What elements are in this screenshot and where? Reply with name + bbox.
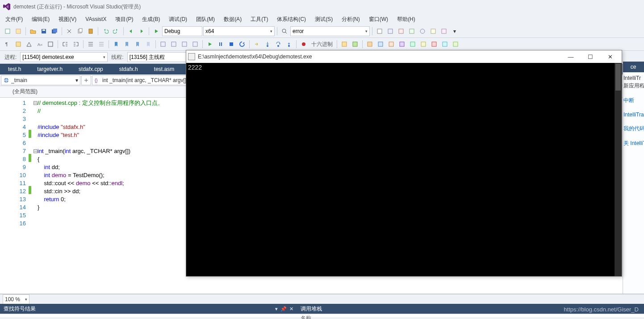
intellitrace-line[interactable]: IntelliTrace [623,112,643,118]
win-9[interactable] [451,39,460,49]
show-next-statement-button[interactable] [252,39,262,49]
menu-item[interactable]: 窗口(W) [364,14,393,25]
tool-b[interactable] [350,39,360,49]
scrollbar-thumb[interactable] [615,64,621,91]
indent-button[interactable] [71,39,81,49]
va-btn-4[interactable] [46,39,55,49]
va-btn-1[interactable] [13,39,23,49]
pause-button[interactable] [216,39,226,49]
cut-button[interactable] [64,26,74,36]
start-debug-button[interactable] [151,26,161,36]
menu-item[interactable]: 工具(T) [246,14,272,25]
file-tab[interactable]: targetver.h [29,64,71,75]
redo-button[interactable] [111,26,121,36]
toggle-ws-button[interactable]: ¶ [3,39,13,49]
scope-dropdown[interactable]: _tmain ▾ [1,75,80,85]
win-3[interactable] [386,39,396,49]
continue-button[interactable] [205,39,215,49]
step-over-button[interactable] [273,39,283,49]
comment-button[interactable] [86,39,96,49]
bookmark-clear-button[interactable] [143,39,153,49]
new-project-button[interactable] [3,26,13,36]
misc-1[interactable] [158,39,168,49]
file-tab[interactable]: test.h [0,64,29,75]
win-8[interactable] [440,39,450,49]
misc-4[interactable] [190,39,200,49]
file-tab[interactable]: stdafx.h [111,64,146,75]
menu-item[interactable]: 调试(D) [164,14,192,25]
menu-item[interactable]: 项目(P) [111,14,138,25]
file-tab[interactable]: stdafx.cpp [71,64,111,75]
file-tab[interactable]: test.asm [146,64,182,75]
win-1[interactable] [365,39,375,49]
copy-button[interactable] [75,26,85,36]
intellitrace-header[interactable]: ce [623,62,644,72]
bookmark-next-button[interactable] [133,39,142,49]
toolbox-button[interactable] [396,26,406,36]
menu-item[interactable]: 生成(B) [138,14,164,25]
console-body[interactable]: 2222 [186,63,622,276]
open-button[interactable] [28,26,38,36]
minimize-button[interactable]: — [561,50,581,63]
menu-item[interactable]: 帮助(H) [393,14,420,25]
console-titlebar[interactable]: E:\asmInject\demotest\x64\Debug\demotest… [186,50,622,63]
zoom-dropdown[interactable]: 100 % ▾ [3,294,29,304]
menu-item[interactable]: 测试(S) [310,14,337,25]
va-btn-2[interactable] [24,39,34,49]
paste-button[interactable] [86,26,96,36]
breakpoints-window-button[interactable] [299,39,309,49]
close-button[interactable]: ✕ [600,50,620,63]
maximize-button[interactable]: ☐ [581,50,600,63]
misc-3[interactable] [180,39,189,49]
save-button[interactable] [39,26,49,36]
step-into-button[interactable] [263,39,272,49]
win-2[interactable] [376,39,385,49]
outdent-button[interactable] [60,39,70,49]
panel-menu-icon[interactable]: ▾ [275,306,278,312]
find-combo[interactable]: ▾ [290,26,370,36]
menu-item[interactable]: 体系结构(C) [272,14,310,25]
thread-value[interactable] [130,53,188,61]
step-out-button[interactable] [284,39,294,49]
start-page-button[interactable] [428,26,438,36]
nav-fwd-button[interactable] [137,26,146,36]
bookmark-prev-button[interactable] [122,39,132,49]
properties-button[interactable] [385,26,395,36]
stop-button[interactable] [226,39,236,49]
win-5[interactable] [408,39,418,49]
save-all-button[interactable] [50,26,59,36]
menu-item[interactable]: 团队(M) [192,14,219,25]
tool-a[interactable] [339,39,349,49]
extension-button[interactable] [439,26,449,36]
win-6[interactable] [418,39,428,49]
process-value[interactable] [22,53,101,61]
intellitrace-line[interactable]: 关 IntelliT [623,140,643,147]
console-scrollbar[interactable] [615,63,622,276]
intellitrace-line[interactable]: 我的代码 [623,125,643,133]
more-windows-button[interactable]: ▾ [450,26,460,36]
win-7[interactable] [429,39,439,49]
menu-item[interactable]: VAssistX [81,14,111,24]
win-4[interactable] [397,39,407,49]
find-symbol-results-header[interactable]: 查找符号结果 ▾ 📌 ✕ [0,304,297,314]
menu-item[interactable]: 编辑(E) [27,14,54,25]
call-stack-header[interactable]: 调用堆栈 [297,304,644,314]
sync-button[interactable] [81,75,91,85]
process-dropdown[interactable]: ▾ [20,52,108,62]
menu-item[interactable]: 分析(N) [337,14,364,25]
uncomment-button[interactable] [96,39,106,49]
misc-2[interactable] [169,39,179,49]
object-browser-button[interactable] [418,26,427,36]
add-item-button[interactable] [13,26,23,36]
platform-value[interactable] [205,27,268,35]
nav-back-button[interactable] [126,26,136,36]
menu-item[interactable]: 数据(A) [219,14,246,25]
menu-item[interactable]: 视图(V) [54,14,81,25]
console-window[interactable]: E:\asmInject\demotest\x64\Debug\demotest… [186,50,622,277]
va-btn-3[interactable]: A= [35,39,45,49]
bookmark-button[interactable] [111,39,121,49]
thread-dropdown[interactable]: ▾ [127,52,194,62]
menu-item[interactable]: 文件(F) [1,14,27,25]
class-view-button[interactable] [407,26,417,36]
find-input[interactable] [293,27,364,35]
